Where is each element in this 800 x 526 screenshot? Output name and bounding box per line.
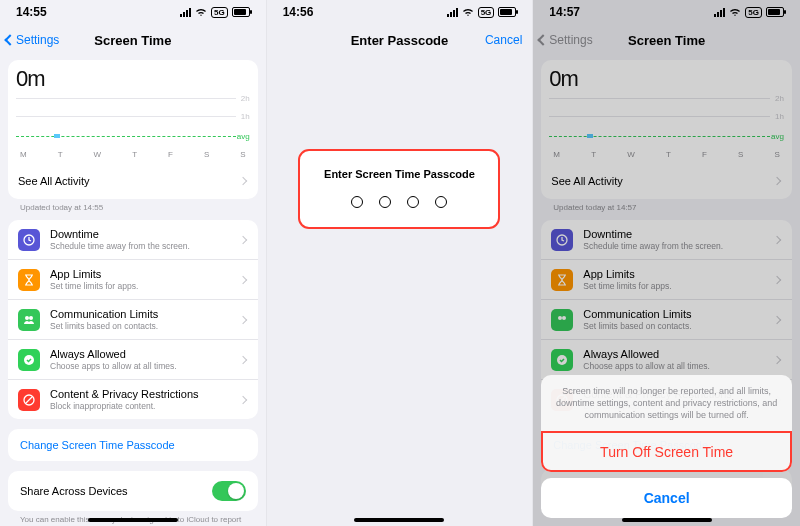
battery-icon xyxy=(498,7,516,17)
chevron-right-icon xyxy=(238,275,246,283)
hourglass-icon xyxy=(18,269,40,291)
share-toggle-on[interactable] xyxy=(212,481,246,501)
sheet-cancel-button[interactable]: Cancel xyxy=(541,478,792,518)
limits-group: DowntimeSchedule time away from the scre… xyxy=(8,220,258,419)
clock: 14:57 xyxy=(549,5,580,19)
communication-limits-row[interactable]: Communication LimitsSet limits based on … xyxy=(8,300,258,340)
downtime-icon xyxy=(551,229,573,251)
blocked-icon xyxy=(18,389,40,411)
usage-chart-card[interactable]: 0m 2h 1h avg MTWTFSS See All Activity xyxy=(8,60,258,199)
battery-icon xyxy=(766,7,784,17)
network-badge: 5G xyxy=(211,7,228,18)
svg-point-8 xyxy=(562,316,566,320)
total-time: 0m xyxy=(549,66,784,92)
screen-time-confirm-sheet: 14:57 5G Settings Screen Time 0m 2h 1h a… xyxy=(533,0,800,526)
passcode-prompt: Enter Screen Time Passcode xyxy=(309,168,489,180)
app-limits-row: App LimitsSet time limits for apps. xyxy=(541,260,792,300)
change-passcode-button[interactable]: Change Screen Time Passcode xyxy=(8,429,258,461)
cellular-signal-icon xyxy=(180,7,191,17)
page-title: Screen Time xyxy=(94,33,171,48)
chevron-right-icon xyxy=(238,315,246,323)
communication-icon xyxy=(18,309,40,331)
home-indicator[interactable] xyxy=(88,518,178,522)
chevron-right-icon xyxy=(238,355,246,363)
chevron-right-icon xyxy=(773,275,781,283)
home-indicator[interactable] xyxy=(354,518,444,522)
updated-label: Updated today at 14:55 xyxy=(8,199,258,212)
action-sheet: Screen time will no longer be reported, … xyxy=(541,375,792,518)
chart-bar xyxy=(587,134,593,138)
home-indicator[interactable] xyxy=(622,518,712,522)
hourglass-icon xyxy=(551,269,573,291)
chevron-right-icon xyxy=(773,235,781,243)
chevron-right-icon xyxy=(238,395,246,403)
confirm-turn-off-button[interactable]: Turn Off Screen Time xyxy=(541,431,792,472)
battery-icon xyxy=(232,7,250,17)
wifi-icon xyxy=(195,7,207,17)
downtime-row[interactable]: DowntimeSchedule time away from the scre… xyxy=(8,220,258,260)
clock: 14:55 xyxy=(16,5,47,19)
screen-time-settings: 14:55 5G Settings Screen Time 0m 2h 1h a… xyxy=(0,0,267,526)
wifi-icon xyxy=(729,7,741,17)
nav-bar: Enter Passcode Cancel xyxy=(267,24,533,56)
downtime-row: DowntimeSchedule time away from the scre… xyxy=(541,220,792,260)
network-badge: 5G xyxy=(745,7,762,18)
chart-x-labels: MTWTFSS xyxy=(549,150,784,163)
svg-line-5 xyxy=(26,397,32,403)
chevron-right-icon xyxy=(238,177,246,185)
page-title: Screen Time xyxy=(628,33,705,48)
checkmark-icon xyxy=(18,349,40,371)
communication-icon xyxy=(551,309,573,331)
wifi-icon xyxy=(462,7,474,17)
downtime-icon xyxy=(18,229,40,251)
status-bar: 14:57 5G xyxy=(533,0,800,24)
checkmark-icon xyxy=(551,349,573,371)
network-badge: 5G xyxy=(478,7,495,18)
back-button[interactable]: Settings xyxy=(6,33,59,47)
cancel-button[interactable]: Cancel xyxy=(485,33,522,47)
share-label: Share Across Devices xyxy=(20,485,128,497)
see-all-activity-row: See All Activity xyxy=(549,163,784,197)
back-label: Settings xyxy=(16,33,59,47)
back-label: Settings xyxy=(549,33,592,47)
usage-chart-card: 0m 2h 1h avg MTWTFSS See All Activity xyxy=(541,60,792,199)
chevron-right-icon xyxy=(773,355,781,363)
chart-x-labels: MTWTFSS xyxy=(16,150,250,163)
app-limits-row[interactable]: App LimitsSet time limits for apps. xyxy=(8,260,258,300)
cellular-signal-icon xyxy=(714,7,725,17)
svg-point-7 xyxy=(558,316,562,320)
chevron-left-icon xyxy=(4,34,15,45)
chevron-right-icon xyxy=(773,177,781,185)
passcode-dots xyxy=(309,196,489,208)
chart-bar xyxy=(54,134,60,138)
chevron-left-icon xyxy=(538,34,549,45)
passcode-dot xyxy=(407,196,419,208)
sheet-message: Screen time will no longer be reported, … xyxy=(541,375,792,431)
page-title: Enter Passcode xyxy=(351,33,449,48)
chevron-right-icon xyxy=(773,315,781,323)
status-bar: 14:55 5G xyxy=(0,0,266,24)
clock: 14:56 xyxy=(283,5,314,19)
passcode-screen: 14:56 5G Enter Passcode Cancel Enter Scr… xyxy=(267,0,534,526)
always-allowed-row[interactable]: Always AllowedChoose apps to allow at al… xyxy=(8,340,258,380)
nav-bar: Settings Screen Time xyxy=(533,24,800,56)
status-bar: 14:56 5G xyxy=(267,0,533,24)
communication-limits-row: Communication LimitsSet limits based on … xyxy=(541,300,792,340)
svg-point-1 xyxy=(25,316,29,320)
chevron-right-icon xyxy=(238,235,246,243)
cellular-signal-icon xyxy=(447,7,458,17)
svg-point-2 xyxy=(29,316,33,320)
back-button[interactable]: Settings xyxy=(539,33,592,47)
passcode-dot xyxy=(351,196,363,208)
passcode-entry[interactable]: Enter Screen Time Passcode xyxy=(299,150,499,228)
nav-bar: Settings Screen Time xyxy=(0,24,266,56)
see-all-activity-row[interactable]: See All Activity xyxy=(16,163,250,197)
share-across-devices-row[interactable]: Share Across Devices xyxy=(8,471,258,511)
total-time: 0m xyxy=(16,66,250,92)
content-restrictions-row[interactable]: Content & Privacy RestrictionsBlock inap… xyxy=(8,380,258,419)
passcode-dot xyxy=(379,196,391,208)
updated-label: Updated today at 14:57 xyxy=(541,199,792,212)
passcode-dot xyxy=(435,196,447,208)
